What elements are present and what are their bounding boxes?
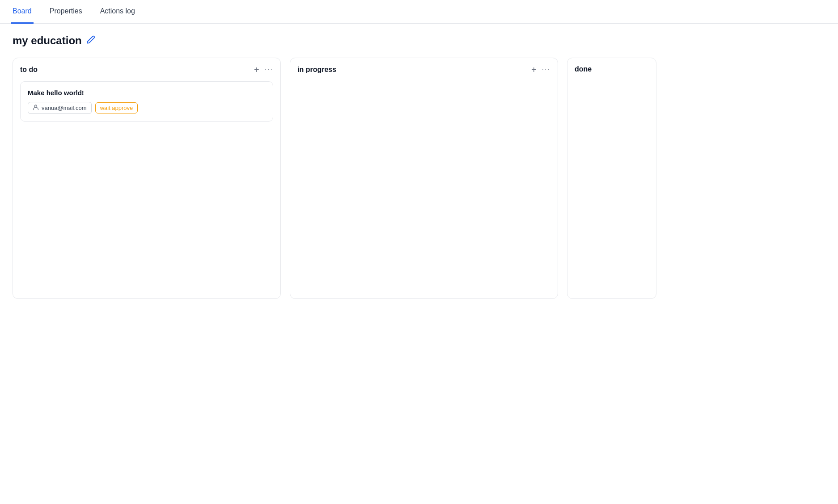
column-to-do: to do + ··· Make hello world! — [13, 58, 281, 299]
column-in-progress-header: in progress + ··· — [297, 65, 550, 74]
edit-board-title-icon[interactable] — [86, 35, 95, 46]
tab-actions-log[interactable]: Actions log — [98, 0, 137, 24]
assignee-badge: vanua@mail.com — [28, 102, 92, 114]
user-icon — [33, 104, 39, 112]
board-title: my education — [13, 34, 82, 47]
tab-properties[interactable]: Properties — [48, 0, 84, 24]
assignee-email: vanua@mail.com — [42, 105, 87, 111]
tab-bar: Board Properties Actions log — [0, 0, 838, 24]
column-to-do-title: to do — [20, 66, 38, 74]
column-done: done — [567, 58, 656, 299]
board-container: to do + ··· Make hello world! — [13, 58, 825, 299]
column-in-progress-actions: + ··· — [531, 65, 550, 74]
tab-board[interactable]: Board — [11, 0, 34, 24]
status-badge-wait-approve: wait approve — [95, 102, 138, 113]
card-title: Make hello world! — [28, 89, 266, 97]
column-done-header: done — [575, 65, 649, 73]
main-content: my education to do + ··· Make hello worl… — [0, 24, 838, 310]
column-to-do-actions: + ··· — [254, 65, 273, 74]
svg-point-0 — [35, 105, 37, 107]
column-in-progress-title: in progress — [297, 66, 336, 74]
column-to-do-add-button[interactable]: + — [254, 65, 259, 74]
column-to-do-menu-button[interactable]: ··· — [265, 66, 273, 74]
board-title-row: my education — [13, 34, 825, 47]
card-meta: vanua@mail.com wait approve — [28, 102, 266, 114]
column-in-progress-add-button[interactable]: + — [531, 65, 537, 74]
card-make-hello-world[interactable]: Make hello world! vanua@mail.com wait ap… — [20, 81, 273, 122]
column-in-progress: in progress + ··· — [290, 58, 558, 299]
column-in-progress-menu-button[interactable]: ··· — [542, 66, 550, 74]
column-done-title: done — [575, 65, 592, 73]
column-to-do-header: to do + ··· — [20, 65, 273, 74]
